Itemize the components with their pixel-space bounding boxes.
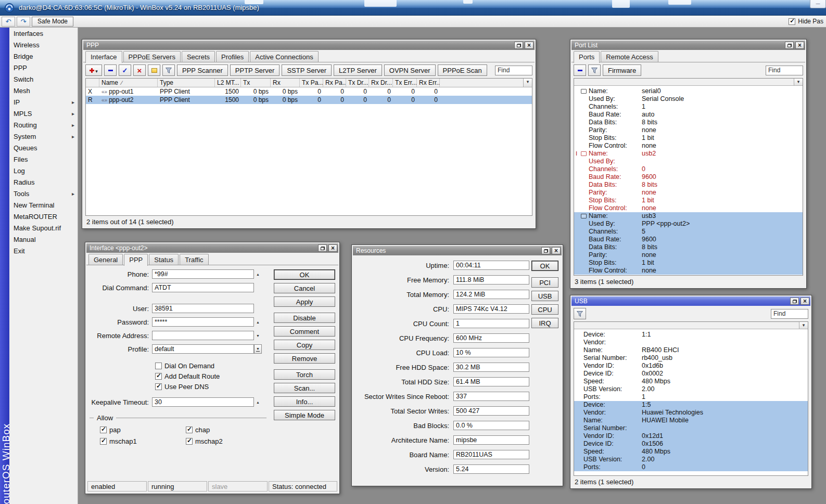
sidebar-item-wireless[interactable]: Wireless [9,39,78,50]
resources-titlebar[interactable]: Resources [353,246,562,255]
sidebar-item-ppp[interactable]: PPP [9,62,78,73]
tab-profiles[interactable]: Profiles [216,51,249,62]
chap-checkbox[interactable] [186,427,193,433]
tab-secrets[interactable]: Secrets [182,51,215,62]
firmware-button[interactable]: Firmware [603,64,641,76]
ppp-table-header[interactable]: Name Type L2 MT... Tx Rx Tx Pa... Rx Pa.… [86,79,532,87]
dial-on-demand-toggle[interactable]: Dial On Demand [155,362,273,370]
password-field[interactable]: ***** [152,317,254,327]
find-input[interactable]: Find [771,309,808,319]
remove-button[interactable] [574,64,586,76]
collapse-arrow-icon[interactable] [254,269,262,279]
usb-list-header[interactable] [574,322,808,329]
restore-button[interactable] [514,42,523,49]
usb-entry-rb400[interactable]: Device:1:1 Vendor: Name:RB400 EHCI Seria… [574,331,808,401]
sidebar-item-ip[interactable]: IP▸ [9,96,78,108]
column-l2mtu[interactable]: L2 MT... [215,79,241,87]
column-tx-error[interactable]: Tx Err... [393,79,417,87]
column-select-button[interactable] [799,322,808,329]
use-peer-dns-toggle[interactable]: Use Peer DNS [155,383,273,391]
close-button[interactable] [795,42,804,49]
ovpn-server-button[interactable]: OVPN Server [384,64,436,76]
port-list-titlebar[interactable]: Port List [571,41,805,50]
tab-traffic[interactable]: Traffic [180,254,208,265]
simple-mode-button[interactable]: Simple Mode [274,410,335,420]
column-select-button[interactable] [794,79,803,85]
column-rx-drop[interactable]: Rx Dr... [369,79,393,87]
filter-button[interactable] [162,64,175,76]
add-default-route-checkbox[interactable] [155,373,162,380]
close-button[interactable] [800,298,809,305]
hide-passwords-toggle[interactable]: Hide Pas [789,18,823,25]
phone-field[interactable]: *99# [152,269,254,279]
collapse-arrow-icon[interactable] [254,397,262,407]
dial-on-demand-checkbox[interactable] [155,363,162,369]
port-list-header[interactable] [574,79,803,86]
sidebar-item-metarouter[interactable]: MetaROUTER [9,211,78,222]
l2tp-server-button[interactable]: L2TP Server [334,64,382,76]
sidebar-item-exit[interactable]: Exit [9,245,78,256]
restore-button[interactable] [541,247,550,254]
sidebar-item-interfaces[interactable]: Interfaces [9,28,78,39]
sidebar-item-system[interactable]: System▸ [9,131,78,142]
column-tx-drop[interactable]: Tx Dr... [346,79,369,87]
comment-button[interactable] [148,64,160,76]
usb-titlebar[interactable]: USB [571,296,810,306]
sidebar-item-mesh[interactable]: Mesh [9,85,78,96]
column-flags[interactable] [86,79,99,87]
add-default-route-toggle[interactable]: Add Default Route [155,372,273,380]
copy-button[interactable]: Copy [274,340,335,350]
column-rx-error[interactable]: Rx Err... [417,79,440,87]
safe-mode-button[interactable]: Safe Mode [32,17,73,27]
remote-address-field[interactable] [152,331,254,340]
disable-button[interactable] [133,64,146,76]
ppp-window-titlebar[interactable]: PPP [83,41,535,50]
pptp-server-button[interactable]: PPTP Server [230,64,280,76]
dial-command-field[interactable]: ATDT [152,283,254,292]
app-titlebar[interactable]: darko@D4:CA:6D:63:06:5C (MikroTik) - Win… [0,0,826,16]
mschap2-toggle[interactable]: mschap2 [186,437,272,445]
column-rx-packet[interactable]: Rx Pa... [323,79,346,87]
restore-button[interactable] [785,42,794,49]
sidebar-item-tools[interactable]: Tools▸ [9,188,78,199]
sidebar-item-mpls[interactable]: MPLS▸ [9,108,78,119]
sidebar-item-routing[interactable]: Routing▸ [9,119,78,131]
port-entry-usb2[interactable]: IName:usb2 Used By: Channels:0 Baud Rate… [574,150,803,212]
usb-entry-huawei[interactable]: Device:1:5 Vendor:Huawei Technologies Na… [574,401,808,471]
torch-button[interactable]: Torch [274,369,335,380]
interface-titlebar[interactable]: Interface <ppp-out2> [86,243,338,253]
disable-button[interactable]: Disable [274,313,335,323]
close-button[interactable] [525,42,533,49]
pap-checkbox[interactable] [100,427,107,433]
sidebar-item-files[interactable]: Files [9,153,78,165]
sidebar-item-radius[interactable]: Radius [9,176,78,188]
find-input[interactable]: Find [766,66,803,75]
add-button[interactable] [85,64,102,76]
use-peer-dns-checkbox[interactable] [155,383,162,390]
sidebar-item-switch[interactable]: Switch [9,73,78,85]
port-entry-serial0[interactable]: Name:serial0 Used By:Serial Console Chan… [574,87,803,150]
irq-button[interactable]: IRQ [531,318,558,328]
sstp-server-button[interactable]: SSTP Server [282,64,332,76]
chap-toggle[interactable]: chap [186,426,272,434]
ok-button[interactable]: OK [274,269,335,280]
user-field[interactable]: 38591 [152,304,254,313]
expand-arrow-icon[interactable] [254,331,262,340]
sidebar-item-queues[interactable]: Queues [9,142,78,153]
restore-button[interactable] [790,298,799,305]
remove-button[interactable] [104,64,117,76]
hide-passwords-checkbox[interactable] [789,18,795,25]
usb-button[interactable]: USB [531,291,558,301]
mschap2-checkbox[interactable] [186,438,193,445]
column-name[interactable]: Name [99,79,158,87]
tab-interface[interactable]: Interface [85,51,122,63]
comment-button[interactable]: Comment [274,326,335,337]
column-select-button[interactable] [523,79,532,87]
mschap1-toggle[interactable]: mschap1 [100,437,186,445]
dropdown-arrow-icon[interactable] [254,344,262,354]
find-input[interactable]: Find [495,66,532,75]
ppp-scanner-button[interactable]: PPP Scanner [177,64,228,76]
tab-ppp[interactable]: PPP [124,254,148,266]
filter-button[interactable] [574,308,586,319]
info-button[interactable]: Info... [274,396,335,407]
